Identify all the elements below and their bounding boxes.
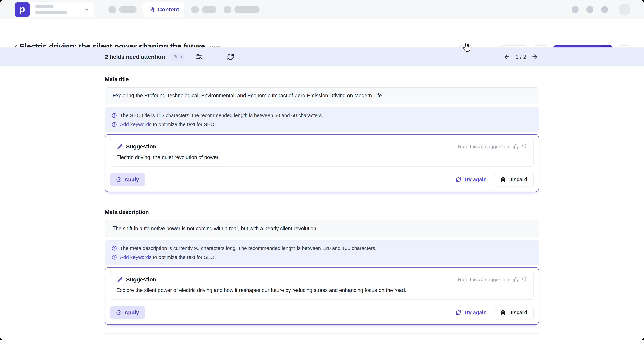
thumbs-down-icon[interactable] (522, 277, 528, 282)
beta-badge: Beta (170, 53, 186, 61)
nav-skeleton-circle (108, 6, 116, 13)
meta-title-input[interactable] (105, 87, 539, 104)
top-navigation-bar: p Content (0, 0, 644, 19)
trash-icon (500, 177, 506, 182)
logo-letter: p (20, 4, 25, 14)
apply-button[interactable]: Apply (110, 306, 145, 319)
nav-skeleton-circle (191, 6, 199, 13)
check-circle-icon (116, 310, 122, 315)
topbar-divider (101, 5, 101, 14)
rate-suggestion-label: Rate this AI suggestion (458, 144, 509, 150)
suggestion-title: Suggestion (126, 144, 156, 150)
info-icon (112, 246, 117, 251)
page-header: Electric driving: the silent power shapi… (0, 19, 644, 47)
ai-suggestion-card: Suggestion Rate this AI suggestion Explo… (105, 267, 539, 325)
topbar-icon-skeleton (572, 6, 578, 13)
topbar-icon-skeleton (601, 6, 608, 13)
meta-description-section: Meta description The meta description is… (105, 209, 539, 325)
suggestion-text: Electric driving: the quiet revolution o… (116, 154, 528, 161)
field-editor-content: Meta title The SEO title is 113 characte… (105, 66, 539, 334)
attention-banner: 2 fields need attention Beta 1 / 2 (0, 47, 644, 66)
workspace-selector[interactable]: p (15, 2, 94, 17)
banner-title: 2 fields need attention (105, 54, 165, 60)
info-text: to optimize the text for SEO. (152, 122, 216, 127)
chevron-down-icon (84, 7, 90, 12)
try-again-button[interactable]: Try again (456, 176, 486, 183)
magic-wand-icon (116, 143, 123, 150)
arrow-left-icon (504, 53, 510, 60)
topbar-icon-skeleton (586, 6, 593, 13)
previous-field-button[interactable] (504, 53, 510, 60)
nav-skeleton-circle (224, 6, 232, 13)
sliders-icon (196, 53, 203, 60)
nav-skeleton-pill (234, 6, 260, 13)
ai-suggestion-card: Suggestion Rate this AI suggestion Elect… (105, 134, 539, 192)
document-icon (148, 6, 155, 13)
thumbs-up-icon[interactable] (513, 277, 518, 282)
discard-button[interactable]: Discard (494, 306, 534, 320)
field-label: Meta title (105, 76, 539, 83)
next-field-button[interactable] (531, 53, 538, 60)
apply-button[interactable]: Apply (110, 173, 145, 186)
nav-skeleton-pill (202, 6, 216, 13)
field-label: Meta description (105, 209, 539, 215)
thumbs-up-icon[interactable] (513, 144, 518, 150)
avatar[interactable] (618, 3, 630, 15)
suggestion-title: Suggestion (126, 276, 156, 283)
thumbs-down-icon[interactable] (522, 144, 528, 150)
workspace-name-skeleton (35, 5, 67, 14)
meta-title-section: Meta title The SEO title is 113 characte… (105, 76, 539, 192)
prepr-logo: p (15, 2, 30, 17)
info-text: to optimize the text for SEO. (152, 254, 216, 260)
seo-info-box: The meta description is currently 93 cha… (105, 240, 539, 265)
trash-icon (500, 310, 506, 315)
app-window: p Content Elect (0, 0, 644, 340)
nav-skeleton-pill (119, 6, 136, 13)
arrow-right-icon (531, 53, 538, 60)
tab-content[interactable]: Content (143, 2, 184, 17)
seo-info-box: The SEO title is 113 characters, the rec… (105, 107, 539, 132)
check-circle-icon (116, 177, 122, 182)
info-icon (112, 122, 117, 127)
info-text: The SEO title is 113 characters, the rec… (120, 112, 323, 119)
meta-description-input[interactable] (105, 220, 539, 237)
add-keywords-link[interactable]: Add keywords (120, 122, 152, 127)
magic-wand-icon (116, 276, 123, 283)
banner-divider (210, 53, 210, 61)
refresh-icon (456, 310, 461, 315)
suggestion-text: Explore the silent power of electric dri… (116, 287, 528, 294)
rate-suggestion-label: Rate this AI suggestion (458, 277, 509, 282)
try-again-button[interactable]: Try again (456, 310, 486, 316)
info-icon (112, 113, 117, 118)
refresh-icon (227, 53, 234, 60)
tab-content-label: Content (158, 6, 179, 13)
refresh-icon (456, 177, 461, 182)
info-text: The meta description is currently 93 cha… (120, 245, 376, 252)
next-field-top-edge (105, 333, 539, 334)
settings-sliders-button[interactable] (196, 53, 203, 60)
pagination-label: 1 / 2 (516, 54, 526, 60)
refresh-button[interactable] (227, 53, 234, 60)
discard-button[interactable]: Discard (494, 173, 534, 186)
info-icon (112, 255, 117, 260)
add-keywords-link[interactable]: Add keywords (120, 254, 152, 260)
field-pagination: 1 / 2 (504, 53, 538, 60)
